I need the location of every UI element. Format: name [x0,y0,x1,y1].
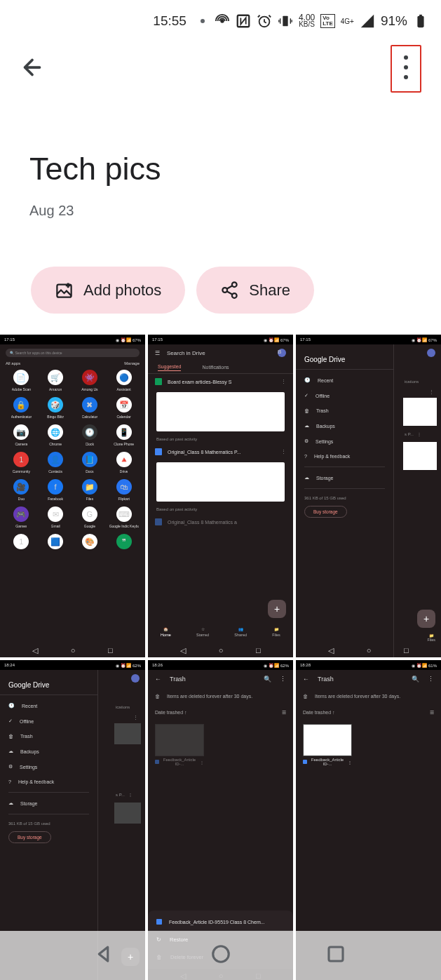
status-time: 15:55 [153,13,186,29]
nfc-icon [236,13,251,29]
album-title: Tech pics [29,151,412,187]
photo-grid: 17:15◉ ⏰ 📶 67% 🔍 Search for apps on this… [0,335,441,980]
add-photos-button[interactable]: Add photos [31,267,185,314]
hotspot-icon [215,13,230,29]
vibrate-icon [278,13,293,29]
alarm-icon [257,13,272,29]
album-header: Tech pics Aug 23 [0,95,441,267]
share-button[interactable]: Share [196,267,314,314]
nav-home-button[interactable] [210,944,231,967]
album-date: Aug 23 [29,203,412,219]
photo-thumbnail[interactable]: 17:15◉ ⏰ 📶 67% Google Drive 🕐Recent✓Offl… [296,335,441,657]
battery-percent: 91% [381,13,407,29]
svg-point-0 [221,20,224,22]
svg-rect-4 [417,16,423,27]
share-icon [220,281,239,300]
svg-rect-14 [329,947,343,961]
nav-back-button[interactable] [95,944,116,967]
status-bar: 15:55 4.00 KB/S VoLTE 4G+ 91% [0,0,441,42]
signal-icon [360,13,375,29]
network-type: 4G+ [341,18,354,25]
battery-icon [413,13,428,29]
photo-thumbnail[interactable]: 17:15◉ ⏰ 📶 67% ☰Search in DriveB Suggest… [148,335,293,657]
svg-rect-3 [283,16,287,27]
svg-point-12 [232,293,237,298]
network-speed: 4.00 KB/S [299,14,315,28]
photo-thumbnail[interactable]: 17:15◉ ⏰ 📶 67% 🔍 Search for apps on this… [0,335,145,657]
svg-point-8 [404,75,408,79]
more-options-button[interactable] [391,45,421,93]
svg-point-6 [404,55,408,60]
svg-point-7 [404,65,408,69]
system-nav-bar [0,931,441,980]
nav-recents-button[interactable] [325,944,346,967]
action-row: Add photos Share [0,267,441,335]
svg-point-13 [212,946,229,962]
svg-point-10 [232,282,237,287]
svg-point-11 [223,288,228,293]
add-photo-icon [55,281,74,300]
svg-rect-5 [419,15,422,17]
app-bar [0,42,441,95]
back-button[interactable] [20,55,45,83]
volte-icon: VoLTE [320,14,335,28]
